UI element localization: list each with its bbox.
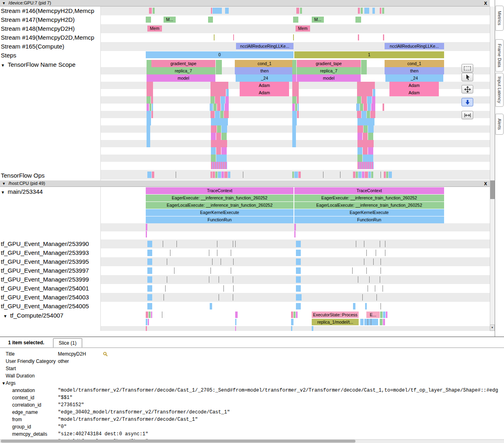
trace-event[interactable]: Adam [389,82,439,89]
gpu-close-button[interactable]: X [484,0,487,6]
trace-event[interactable] [358,8,360,14]
trace-event[interactable]: then [235,67,294,74]
trace-event[interactable] [296,285,301,292]
scroll-down-button[interactable]: ▼ [490,324,495,331]
trace-event[interactable]: FunctionRun [294,216,444,223]
trace-event[interactable] [292,118,297,125]
trace-event[interactable] [147,303,152,309]
trace-event[interactable] [220,111,223,118]
trace-event[interactable] [147,172,151,178]
trace-event[interactable]: replica_7 [151,67,215,74]
trace-event[interactable] [147,241,152,247]
trace-event[interactable] [296,259,301,265]
trace-event[interactable]: EagerLocalExecute: __inference_train_fun… [146,202,293,209]
trace-event[interactable] [371,172,373,178]
trace-event[interactable] [213,104,217,111]
trace-event[interactable] [380,8,381,14]
trace-event[interactable] [147,104,149,111]
trace-event[interactable] [291,319,293,325]
trace-event[interactable] [380,319,383,325]
trace-event[interactable] [147,96,151,104]
trace-event[interactable] [147,250,152,256]
trace-event[interactable] [372,96,375,104]
trace-event[interactable] [364,104,367,111]
trace-event[interactable]: replica_7 [297,67,361,74]
trace-event[interactable]: model [151,74,215,82]
trace-event[interactable] [294,231,296,237]
trace-event[interactable]: cond_1 [235,60,294,67]
trace-event[interactable] [368,104,371,111]
trace-event[interactable]: cond_1 [385,60,444,67]
trace-event[interactable] [365,303,367,309]
trace-event[interactable] [216,147,221,155]
trace-event[interactable] [292,133,296,140]
trace-event[interactable] [146,17,151,23]
horizontal-scrollbar-thumb[interactable] [1,440,355,443]
trace-event[interactable] [211,133,216,140]
trace-event[interactable] [211,125,217,133]
trace-event[interactable] [211,111,215,118]
row-label[interactable]: ▼TensorFlow Name Scope [1,61,75,68]
trace-event[interactable] [368,147,373,155]
trace-event[interactable] [149,104,151,111]
trace-event[interactable] [312,326,313,331]
trace-event[interactable] [292,89,299,96]
trace-event[interactable] [216,67,222,74]
trace-event[interactable] [147,285,152,292]
trace-event[interactable] [147,276,152,283]
trace-event[interactable] [372,8,375,14]
trace-event[interactable] [357,162,374,169]
trace-event[interactable] [225,96,229,104]
trace-event[interactable]: TraceContext [146,187,293,194]
vertical-scrollbar[interactable] [490,6,495,331]
trace-event[interactable] [146,231,147,237]
side-tab-metrics[interactable]: Metrics [495,6,504,31]
trace-event[interactable] [211,89,226,96]
trace-event[interactable] [291,326,292,331]
trace-event[interactable] [217,104,221,111]
trace-event[interactable] [296,241,301,247]
trace-event[interactable] [146,312,148,318]
trace-event[interactable] [147,267,152,274]
trace-event[interactable] [151,96,153,104]
trace-event[interactable] [291,312,293,318]
trace-event[interactable] [296,303,301,309]
trace-event[interactable]: TraceContext [294,187,444,194]
timing-tool-button[interactable] [461,111,473,119]
trace-event[interactable] [213,172,215,178]
trace-event[interactable]: Mem [147,25,162,32]
trace-event[interactable] [221,104,224,111]
trace-event[interactable] [221,125,227,133]
trace-event[interactable] [233,34,234,40]
trace-event[interactable] [216,155,227,162]
trace-event[interactable] [362,172,364,178]
trace-event[interactable] [210,303,212,309]
trace-event[interactable] [211,147,216,155]
trace-event[interactable] [364,8,369,14]
expander-icon[interactable]: ▼ [1,63,5,68]
trace-event[interactable]: EagerLocalExecute: __inference_train_fun… [294,202,444,209]
trace-event[interactable] [367,111,370,118]
trace-event[interactable] [211,172,212,178]
trace-event[interactable] [296,267,301,274]
magnifier-icon[interactable] [103,352,108,357]
trace-event[interactable] [216,133,221,140]
expander-icon[interactable]: ▼ [2,1,6,5]
row-label[interactable]: ▼main/253344 [1,188,43,195]
trace-event[interactable] [361,8,363,14]
zoom-tool-button[interactable] [461,98,473,106]
trace-event[interactable]: Mem [296,25,310,32]
trace-event[interactable] [365,172,368,178]
trace-event[interactable] [293,312,296,318]
trace-event[interactable] [235,312,238,318]
trace-event[interactable]: _24 [385,74,443,82]
trace-event[interactable] [358,172,362,178]
trace-event[interactable] [368,133,373,140]
trace-event[interactable] [147,89,153,96]
trace-event[interactable] [296,312,298,318]
trace-event[interactable] [293,34,294,40]
args-section-toggle[interactable]: ▼Args [0,379,504,387]
trace-event[interactable] [389,172,392,178]
trace-event[interactable] [147,67,151,74]
trace-event[interactable] [292,96,296,104]
